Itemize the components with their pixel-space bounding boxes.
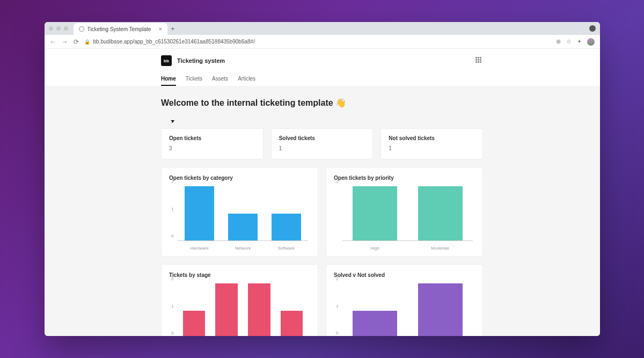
stat-label: Open tickets (169, 135, 255, 141)
chart-area: 1HighModerate (334, 186, 475, 251)
y-tick: 0 (171, 331, 173, 335)
y-tick: 1 (171, 206, 173, 211)
x-label: Network (221, 246, 265, 251)
stat-value: 1 (279, 145, 365, 151)
window-controls (49, 26, 68, 31)
app-header: bb Ticketing system HomeTicketsAssetsArt… (45, 49, 600, 86)
chart-plot: 012 (178, 283, 308, 336)
bar (353, 186, 397, 240)
chart-plot: 012 (342, 283, 473, 336)
address-bar-actions: ⊕ ☆ ✦ (556, 38, 595, 46)
chart-row-2: Tickets by stage012Closed - not solvedCl… (161, 264, 483, 336)
bar-slot (210, 283, 243, 336)
bar-slot (408, 283, 473, 336)
window-minimize[interactable] (56, 26, 61, 31)
chart-solved: Solved v Not solved012Closed - not solve… (326, 264, 483, 336)
stat-card: Not solved tickets1 (380, 128, 483, 159)
search-icon[interactable]: ⊕ (556, 38, 561, 45)
star-icon[interactable]: ☆ (566, 38, 572, 45)
y-tick: 0 (336, 331, 338, 335)
chart-priority: Open tickets by priority1HighModerate (326, 167, 483, 257)
x-label: Moderate (408, 246, 473, 251)
chart-area: 012HardwareNetworkSoftware (169, 186, 310, 251)
x-labels: HardwareNetworkSoftware (178, 246, 308, 251)
apps-menu-icon[interactable] (475, 57, 483, 64)
chart-plot: 012 (178, 186, 308, 241)
browser-tab[interactable]: Ticketing System Template × (74, 23, 167, 35)
x-label: Hardware (178, 246, 221, 251)
app-logo: bb (161, 55, 172, 66)
profile-avatar[interactable] (587, 38, 595, 46)
browser-window: Ticketing System Template × + ← → ⟳ 🔒 bb… (45, 22, 600, 336)
x-label: High (342, 246, 408, 251)
bar (228, 214, 258, 241)
page-content: Welcome to the internal ticketing templa… (161, 86, 483, 336)
address-bar: ← → ⟳ 🔒 bb.budibase.app/app_bb_c61530261… (45, 35, 600, 49)
tab-tickets[interactable]: Tickets (186, 76, 202, 86)
bar (272, 214, 301, 241)
close-icon[interactable]: × (158, 26, 162, 32)
stats-row: Open tickets3Solved tickets1Not solved t… (161, 128, 483, 159)
y-tick: 0 (171, 233, 173, 238)
bar (353, 311, 397, 337)
y-tick: 1 (171, 303, 173, 308)
back-button[interactable]: ← (50, 38, 56, 46)
x-label: Software (265, 246, 308, 251)
chart-title: Solved v Not solved (334, 272, 475, 278)
url-field[interactable]: bb.budibase.app/app_bb_c61530261e31461aa… (93, 39, 551, 45)
bar (183, 311, 205, 337)
bars (178, 283, 308, 336)
tab-home[interactable]: Home (161, 76, 176, 86)
bar-slot (265, 186, 308, 240)
bar-slot (408, 186, 473, 240)
tab-assets[interactable]: Assets (212, 76, 228, 86)
chart-stage: Tickets by stage012Closed - not solvedCl… (161, 264, 318, 336)
favicon-icon (79, 26, 84, 32)
chart-title: Tickets by stage (169, 272, 310, 278)
chart-category: Open tickets by category012HardwareNetwo… (161, 167, 318, 257)
chart-plot: 1 (342, 186, 473, 241)
bar-slot (178, 283, 210, 336)
tab-articles[interactable]: Articles (238, 76, 255, 86)
bar-slot (243, 283, 276, 336)
tab-title: Ticketing System Template (87, 26, 151, 32)
bars (342, 186, 473, 240)
lock-icon: 🔒 (84, 39, 90, 45)
page-viewport: bb Ticketing system HomeTicketsAssetsArt… (45, 49, 600, 336)
window-control-right[interactable] (589, 25, 596, 32)
bar-slot (275, 283, 308, 336)
nav-tabs: HomeTicketsAssetsArticles (161, 76, 483, 86)
bar (185, 186, 214, 240)
bar (418, 283, 463, 336)
browser-tab-strip: Ticketing System Template × + (45, 22, 600, 35)
y-tick: 2 (171, 179, 173, 184)
chart-row-1: Open tickets by category012HardwareNetwo… (161, 167, 483, 257)
stat-card: Solved tickets1 (271, 128, 374, 159)
window-maximize[interactable] (64, 26, 68, 31)
window-close[interactable] (49, 26, 53, 31)
bar-slot (342, 186, 408, 240)
chart-title: Open tickets by category (169, 175, 310, 181)
forward-button[interactable]: → (62, 38, 68, 46)
y-tick: 2 (171, 276, 173, 281)
bar-slot (221, 186, 265, 240)
stat-value: 1 (389, 145, 475, 151)
stat-label: Solved tickets (279, 135, 365, 141)
bar (281, 311, 303, 337)
chart-area: 012Closed - not solvedClosed - solvedEsc… (169, 283, 310, 336)
chart-area: 012Closed - not solvedClosed - solved (334, 283, 475, 336)
stat-label: Not solved tickets (389, 135, 475, 141)
extensions-icon[interactable]: ✦ (577, 38, 582, 45)
page-title: Welcome to the internal ticketing templa… (161, 98, 483, 108)
bar (248, 283, 270, 336)
bars (342, 283, 473, 336)
x-labels: HighModerate (342, 246, 473, 251)
bar (418, 186, 463, 240)
y-tick: 2 (336, 276, 338, 281)
bar (215, 283, 237, 336)
new-tab-button[interactable]: + (171, 25, 175, 33)
bar-slot (342, 283, 408, 336)
reload-button[interactable]: ⟳ (74, 38, 79, 46)
bar-slot (178, 186, 221, 240)
y-tick: 1 (336, 303, 338, 308)
